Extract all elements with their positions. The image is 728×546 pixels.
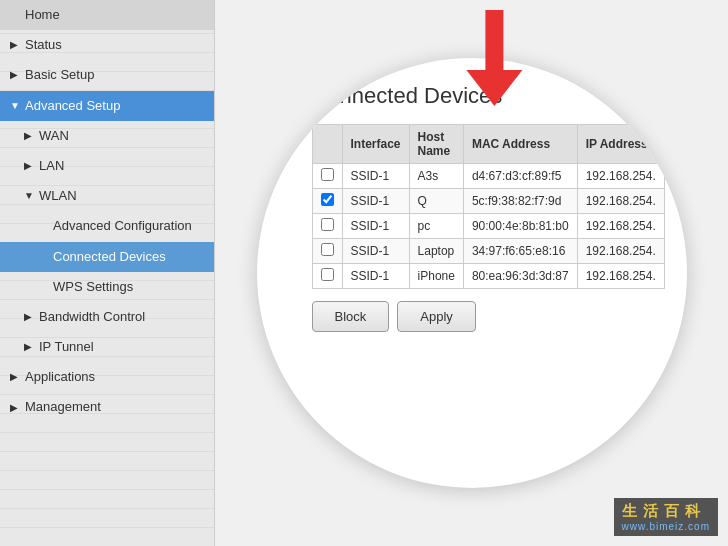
row-checkbox-cell	[312, 239, 342, 264]
main-content: Connected Devices Interface Host Name MA…	[215, 0, 728, 546]
row-mac: 90:00:4e:8b:81:b0	[463, 214, 577, 239]
row-interface: SSID-1	[342, 239, 409, 264]
sidebar-arrow-icon: ▶	[24, 340, 34, 354]
sidebar-item-label: WAN	[39, 127, 69, 145]
row-mac: d4:67:d3:cf:89:f5	[463, 164, 577, 189]
sidebar-arrow-icon: ▶	[10, 38, 20, 52]
row-interface: SSID-1	[342, 214, 409, 239]
row-checkbox[interactable]	[321, 168, 334, 181]
sidebar-item-wlan[interactable]: ▼WLAN	[0, 181, 214, 211]
devices-table: Interface Host Name MAC Address IP Addre…	[312, 124, 665, 289]
row-mac: 5c:f9:38:82:f7:9d	[463, 189, 577, 214]
arrow-indicator	[466, 10, 522, 106]
row-mac: 34:97:f6:65:e8:16	[463, 239, 577, 264]
table-row: SSID-1pc90:00:4e:8b:81:b0192.168.254.	[312, 214, 664, 239]
table-row: SSID-1Laptop34:97:f6:65:e8:16192.168.254…	[312, 239, 664, 264]
sidebar: Home▶Status▶Basic Setup▼Advanced Setup▶W…	[0, 0, 215, 546]
row-mac: 80:ea:96:3d:3d:87	[463, 264, 577, 289]
sidebar-arrow-icon: ▶	[24, 129, 34, 143]
table-row: SSID-1A3sd4:67:d3:cf:89:f5192.168.254.	[312, 164, 664, 189]
arrow-line	[485, 10, 503, 70]
row-interface: SSID-1	[342, 164, 409, 189]
sidebar-item-wan[interactable]: ▶WAN	[0, 121, 214, 151]
sidebar-item-label: Advanced Setup	[25, 97, 120, 115]
col-header-mac: MAC Address	[463, 125, 577, 164]
panel: Connected Devices Interface Host Name MA…	[282, 58, 662, 488]
sidebar-item-label: IP Tunnel	[39, 338, 94, 356]
sidebar-arrow-icon: ▶	[10, 370, 20, 384]
sidebar-item-status[interactable]: ▶Status	[0, 30, 214, 60]
arrow-head	[466, 70, 522, 106]
row-hostname: Laptop	[409, 239, 463, 264]
sidebar-item-applications[interactable]: ▶Applications	[0, 362, 214, 392]
col-header-check	[312, 125, 342, 164]
watermark-text: 生 活 百 科	[622, 502, 702, 519]
sidebar-item-management[interactable]: ▶Management	[0, 392, 214, 422]
sidebar-arrow-icon: ▼	[24, 189, 34, 203]
row-ip: 192.168.254.	[577, 239, 664, 264]
button-row: Block Apply	[312, 301, 632, 332]
row-hostname: iPhone	[409, 264, 463, 289]
row-ip: 192.168.254.	[577, 164, 664, 189]
sidebar-item-label: Bandwidth Control	[39, 308, 145, 326]
sidebar-item-label: Status	[25, 36, 62, 54]
sidebar-item-connected-devices[interactable]: Connected Devices	[0, 242, 214, 272]
table-row: SSID-1Q5c:f9:38:82:f7:9d192.168.254.	[312, 189, 664, 214]
col-header-interface: Interface	[342, 125, 409, 164]
row-ip: 192.168.254.	[577, 189, 664, 214]
col-header-hostname: Host Name	[409, 125, 463, 164]
row-checkbox-cell	[312, 264, 342, 289]
sidebar-arrow-icon: ▶	[10, 68, 20, 82]
row-checkbox-cell	[312, 189, 342, 214]
block-button[interactable]: Block	[312, 301, 390, 332]
row-checkbox[interactable]	[321, 243, 334, 256]
sidebar-item-label: Home	[25, 6, 60, 24]
sidebar-item-home[interactable]: Home	[0, 0, 214, 30]
row-checkbox-cell	[312, 164, 342, 189]
sidebar-arrow-icon: ▼	[10, 99, 20, 113]
sidebar-item-advanced-configuration[interactable]: Advanced Configuration	[0, 211, 214, 241]
sidebar-item-advanced-setup[interactable]: ▼Advanced Setup	[0, 91, 214, 121]
sidebar-item-label: Basic Setup	[25, 66, 94, 84]
sidebar-item-basic-setup[interactable]: ▶Basic Setup	[0, 60, 214, 90]
sidebar-arrow-icon: ▶	[24, 159, 34, 173]
sidebar-item-label: Advanced Configuration	[53, 217, 192, 235]
row-hostname: pc	[409, 214, 463, 239]
watermark: 生 活 百 科 www.bimeiz.com	[614, 498, 718, 536]
sidebar-item-label: WPS Settings	[53, 278, 133, 296]
row-hostname: A3s	[409, 164, 463, 189]
sidebar-arrow-icon: ▶	[10, 401, 20, 415]
sidebar-arrow-icon: ▶	[24, 310, 34, 324]
sidebar-item-label: Applications	[25, 368, 95, 386]
row-checkbox[interactable]	[321, 193, 334, 206]
row-hostname: Q	[409, 189, 463, 214]
apply-button[interactable]: Apply	[397, 301, 476, 332]
row-interface: SSID-1	[342, 189, 409, 214]
sidebar-item-label: WLAN	[39, 187, 77, 205]
row-checkbox[interactable]	[321, 268, 334, 281]
sidebar-item-label: Management	[25, 398, 101, 416]
sidebar-item-label: Connected Devices	[53, 248, 166, 266]
row-checkbox-cell	[312, 214, 342, 239]
row-checkbox[interactable]	[321, 218, 334, 231]
content-circle: Connected Devices Interface Host Name MA…	[257, 58, 687, 488]
sidebar-item-ip-tunnel[interactable]: ▶IP Tunnel	[0, 332, 214, 362]
table-row: SSID-1iPhone80:ea:96:3d:3d:87192.168.254…	[312, 264, 664, 289]
sidebar-item-bandwidth-control[interactable]: ▶Bandwidth Control	[0, 302, 214, 332]
sidebar-item-label: LAN	[39, 157, 64, 175]
row-interface: SSID-1	[342, 264, 409, 289]
row-ip: 192.168.254.	[577, 264, 664, 289]
col-header-ip: IP Address	[577, 125, 664, 164]
sidebar-item-lan[interactable]: ▶LAN	[0, 151, 214, 181]
sidebar-item-wps-settings[interactable]: WPS Settings	[0, 272, 214, 302]
watermark-sub: www.bimeiz.com	[622, 521, 710, 532]
row-ip: 192.168.254.	[577, 214, 664, 239]
